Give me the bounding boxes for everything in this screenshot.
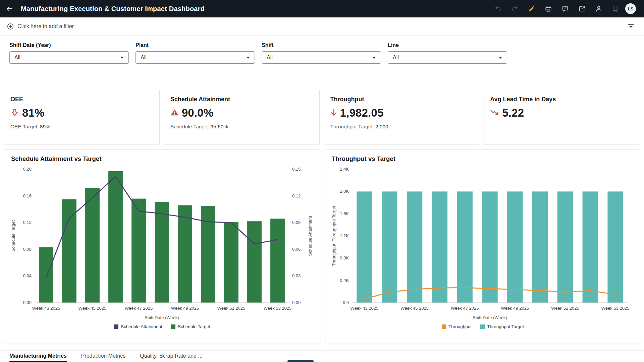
- plant-select[interactable]: All: [136, 51, 255, 64]
- print-icon[interactable]: [545, 5, 552, 12]
- svg-text:0.12: 0.12: [292, 193, 301, 198]
- kpi-target-label: Schedule Target: [170, 124, 208, 129]
- add-filter-icon: [7, 23, 14, 30]
- dropdown-value: All: [393, 55, 499, 61]
- kpi-value: 81%: [22, 107, 45, 119]
- kpi-value: 5.22: [502, 107, 524, 119]
- svg-text:Week 43 2025: Week 43 2025: [32, 306, 60, 311]
- chevron-down-icon: [120, 57, 124, 59]
- legend-label: Throughput: [448, 324, 472, 329]
- svg-text:Schedule Attainment: Schedule Attainment: [308, 216, 313, 256]
- svg-text:Week 49 2025: Week 49 2025: [501, 306, 529, 311]
- avatar[interactable]: LS: [625, 3, 636, 14]
- svg-text:0.04: 0.04: [23, 273, 32, 278]
- svg-text:Week 47 2025: Week 47 2025: [125, 306, 153, 311]
- chart-legend: ThroughputThroughput Target: [330, 324, 635, 329]
- back-button[interactable]: [0, 0, 19, 17]
- horizontal-scrollbar-thumb[interactable]: [287, 360, 314, 362]
- filter-funnel-icon[interactable]: [627, 22, 635, 31]
- svg-text:2.4K: 2.4K: [340, 167, 349, 172]
- tab-quality-scrap-rate[interactable]: Quality, Scrap Rate and ...: [140, 351, 202, 362]
- kpi-title: Avg Lead Time in Days: [490, 96, 633, 103]
- kpi-target-value: 89%: [40, 124, 50, 129]
- filters-row: Shift Date (Year) All Plant All Shift Al…: [9, 42, 507, 64]
- legend-item[interactable]: Throughput Target: [480, 324, 524, 329]
- svg-text:Week 51 2025: Week 51 2025: [217, 306, 246, 311]
- legend-swatch: [442, 324, 446, 329]
- legend-item[interactable]: Schedule Attainment: [114, 324, 162, 329]
- svg-text:Week 45 2025: Week 45 2025: [400, 306, 429, 311]
- top-bar: Manufacturing Execution & Customer Impac…: [0, 0, 644, 17]
- svg-text:Week 45 2025: Week 45 2025: [78, 306, 107, 311]
- kpi-target-value: 2,000: [375, 124, 388, 129]
- kpi-title: Schedule Attainment: [170, 96, 313, 103]
- filter-label-shift-date-year: Shift Date (Year): [9, 42, 129, 48]
- dropdown-value: All: [141, 55, 247, 61]
- share-icon[interactable]: [578, 5, 586, 12]
- shift-date-year-select[interactable]: All: [9, 51, 129, 64]
- svg-text:Week 53 2025: Week 53 2025: [601, 306, 630, 311]
- legend-item[interactable]: Schedule Target: [171, 324, 210, 329]
- kpi-target-row: Throughput Target2,000: [330, 124, 473, 130]
- svg-text:Shift Date (Week): Shift Date (Week): [145, 315, 179, 320]
- svg-text:Shift Date (Week): Shift Date (Week): [473, 315, 507, 320]
- svg-text:0.08: 0.08: [23, 247, 32, 252]
- tab-manufacturing-metrics[interactable]: Manufacturing Metrics: [9, 351, 67, 362]
- svg-text:0.12: 0.12: [23, 220, 32, 225]
- kpi-target-row: OEE Target89%: [10, 124, 153, 130]
- svg-text:0.15: 0.15: [292, 167, 301, 172]
- legend-label: Schedule Attainment: [121, 324, 162, 329]
- svg-text:0.8K: 0.8K: [340, 255, 349, 260]
- kpi-target-value: 95.60%: [211, 124, 228, 129]
- filter-label-shift: Shift: [262, 42, 381, 48]
- throughput-vs-target-chart[interactable]: 0.00.4K0.8K1.2K1.6K2.0K2.4KThroughput, T…: [330, 165, 635, 323]
- svg-text:Week 51 2025: Week 51 2025: [551, 306, 579, 311]
- svg-text:0.4K: 0.4K: [340, 278, 349, 283]
- chart-card-schedule-attainment-vs-target: Schedule Attainment vs Target 0.000.040.…: [4, 149, 320, 344]
- legend-swatch: [114, 324, 118, 329]
- svg-text:0.00: 0.00: [292, 300, 301, 305]
- filter-label-plant: Plant: [136, 42, 255, 48]
- add-filter-button[interactable]: Click here to add a filter: [7, 23, 74, 30]
- trend-down-icon: [490, 109, 499, 118]
- warning-triangle-icon: [170, 108, 179, 118]
- schedule-attainment-vs-target-chart[interactable]: 0.000.040.080.120.160.200.000.030.060.09…: [10, 165, 315, 323]
- arrow-down-outline-icon: [10, 108, 19, 118]
- kpi-value: 90.0%: [182, 107, 214, 119]
- svg-text:0.16: 0.16: [23, 193, 32, 198]
- comment-icon[interactable]: [561, 5, 569, 12]
- kpi-card-avg-lead-time: Avg Lead Time in Days 5.22: [484, 90, 639, 144]
- filter-label-line: Line: [388, 42, 507, 48]
- chart-card-throughput-vs-target: Throughput vs Target 0.00.4K0.8K1.2K1.6K…: [325, 149, 641, 344]
- back-icon: [6, 5, 13, 12]
- kpi-title: Throughput: [330, 96, 473, 103]
- legend-label: Schedule Target: [178, 324, 210, 329]
- kpi-value: 1,982.05: [340, 107, 384, 119]
- legend-swatch: [171, 324, 175, 329]
- chart-title: Schedule Attainment vs Target: [11, 155, 315, 163]
- chevron-down-icon: [499, 57, 502, 59]
- undo-icon[interactable]: [494, 5, 502, 12]
- charts-row: Schedule Attainment vs Target 0.000.040.…: [4, 149, 639, 344]
- filter-bar: Click here to add a filter: [0, 17, 644, 36]
- user-icon[interactable]: [595, 5, 602, 12]
- redo-icon[interactable]: [511, 5, 519, 12]
- legend-label: Throughput Target: [487, 324, 524, 329]
- svg-text:0.0: 0.0: [343, 300, 349, 305]
- legend-item[interactable]: Throughput: [442, 324, 472, 329]
- line-select[interactable]: All: [388, 51, 507, 64]
- tab-production-metrics[interactable]: Production Metrics: [81, 351, 126, 362]
- page-title: Manufacturing Execution & Customer Impac…: [21, 5, 205, 13]
- legend-swatch: [480, 324, 485, 329]
- chevron-down-icon: [373, 57, 376, 59]
- bookmark-icon[interactable]: [612, 5, 619, 12]
- svg-text:Week 43 2025: Week 43 2025: [351, 306, 379, 311]
- kpi-card-throughput: Throughput 1,982.05 Throughput Target2,0…: [324, 90, 480, 144]
- svg-text:1.2K: 1.2K: [340, 233, 349, 238]
- chevron-down-icon: [247, 57, 250, 59]
- svg-text:0.06: 0.06: [292, 247, 301, 252]
- kpi-card-schedule-attainment: Schedule Attainment 90.0% Schedule Targe…: [164, 90, 320, 144]
- edit-icon[interactable]: [528, 5, 535, 12]
- shift-select[interactable]: All: [262, 51, 381, 64]
- add-filter-label: Click here to add a filter: [17, 23, 74, 29]
